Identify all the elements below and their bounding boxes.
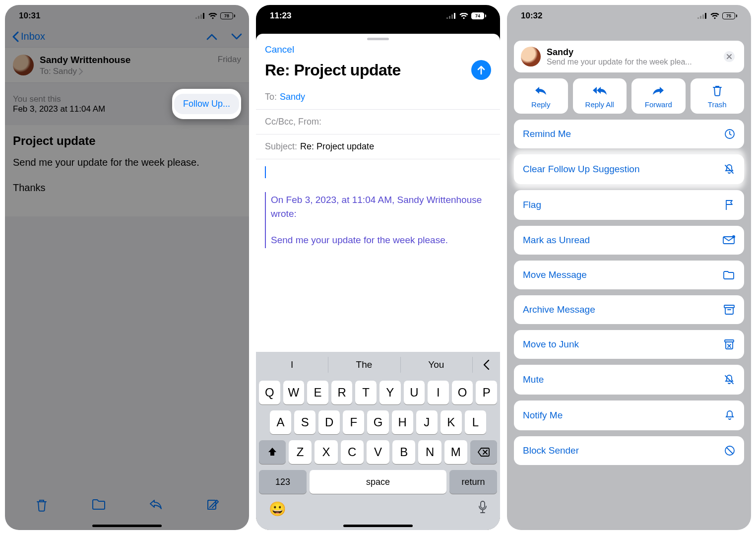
reply-all-icon xyxy=(592,84,608,97)
bottom-toolbar xyxy=(5,491,249,519)
key[interactable]: H xyxy=(392,410,413,434)
subject-field[interactable]: Subject: Re: Project update xyxy=(256,134,500,159)
sender-avatar xyxy=(521,47,541,67)
key[interactable]: I xyxy=(428,381,449,404)
key[interactable]: V xyxy=(367,440,389,464)
numbers-key[interactable]: 123 xyxy=(259,470,307,494)
key[interactable]: Q xyxy=(259,381,280,404)
ccbcc-field[interactable]: Cc/Bcc, From: xyxy=(256,110,500,134)
bell-slash-icon xyxy=(723,163,735,175)
clear-followup-item[interactable]: Clear Follow Up Suggestion xyxy=(514,154,744,184)
key[interactable]: C xyxy=(341,440,364,464)
wifi-icon xyxy=(459,13,468,19)
key[interactable]: E xyxy=(307,381,328,404)
key[interactable]: G xyxy=(367,410,388,434)
flag-item[interactable]: Flag xyxy=(514,190,744,220)
mark-unread-item[interactable]: Mark as Unread xyxy=(514,226,744,255)
to-line[interactable]: To: Sandy xyxy=(40,67,212,76)
cellular-icon xyxy=(195,13,205,19)
key[interactable]: X xyxy=(315,440,337,464)
block-sender-item[interactable]: Block Sender xyxy=(514,436,744,465)
key-row-1: Q W E R T Y U I O P xyxy=(256,378,500,407)
key[interactable]: B xyxy=(392,440,415,464)
send-button[interactable] xyxy=(471,60,491,80)
key[interactable]: F xyxy=(343,410,364,434)
svg-rect-9 xyxy=(481,501,485,508)
status-bar: 10:32 75 xyxy=(507,5,751,27)
trash-button[interactable] xyxy=(35,498,48,512)
key[interactable]: J xyxy=(416,410,438,434)
sheet-header: Sandy Send me your update for the week p… xyxy=(514,41,744,72)
key[interactable]: R xyxy=(331,381,353,404)
svg-rect-11 xyxy=(700,16,701,19)
move-button[interactable] xyxy=(91,498,106,512)
return-key[interactable]: return xyxy=(449,470,497,494)
battery-icon: 78 xyxy=(220,12,235,19)
remind-me-item[interactable]: Remind Me xyxy=(514,120,744,148)
suggestion[interactable]: You xyxy=(400,352,472,378)
key[interactable]: W xyxy=(283,381,305,404)
key[interactable]: A xyxy=(270,410,291,434)
archive-icon xyxy=(723,304,735,315)
key[interactable]: L xyxy=(465,410,486,434)
key[interactable]: P xyxy=(476,381,497,404)
key[interactable]: K xyxy=(441,410,462,434)
suggestion-collapse[interactable] xyxy=(472,352,500,378)
wifi-icon xyxy=(208,13,217,19)
bell-slash-icon xyxy=(723,374,735,386)
emoji-key[interactable]: 😀 xyxy=(269,501,286,517)
sender-avatar[interactable] xyxy=(13,55,34,75)
cancel-button[interactable]: Cancel xyxy=(265,44,294,55)
key[interactable]: U xyxy=(404,381,425,404)
status-time: 10:32 xyxy=(521,11,542,21)
mute-item[interactable]: Mute xyxy=(514,365,744,395)
sheet-grabber[interactable] xyxy=(367,38,389,40)
reply-tile[interactable]: Reply xyxy=(514,78,568,114)
back-button[interactable]: Inbox xyxy=(12,31,45,42)
followup-button[interactable]: Follow Up... xyxy=(174,94,239,114)
compose-body[interactable]: On Feb 3, 2023, at 11:04 AM, Sandy Writt… xyxy=(256,159,500,352)
key-row-2: A S D F G H J K L xyxy=(256,407,500,437)
archive-item[interactable]: Archive Message xyxy=(514,295,744,324)
move-message-item[interactable]: Move Message xyxy=(514,261,744,289)
prev-message-button[interactable] xyxy=(206,33,217,40)
forward-tile[interactable]: Forward xyxy=(631,78,686,114)
reply-all-tile[interactable]: Reply All xyxy=(573,78,627,114)
next-message-button[interactable] xyxy=(231,33,242,40)
trash-tile[interactable]: Trash xyxy=(691,78,745,114)
compose-button[interactable] xyxy=(206,498,219,512)
space-key[interactable]: space xyxy=(310,470,446,494)
backspace-key[interactable] xyxy=(470,440,497,464)
key[interactable]: D xyxy=(318,410,340,434)
action-sheet: Sandy Send me your update for the week p… xyxy=(507,34,751,530)
nav-bar: Inbox xyxy=(5,27,249,47)
dictation-key[interactable] xyxy=(478,501,487,517)
reply-icon xyxy=(534,84,547,97)
flag-icon xyxy=(724,199,735,211)
close-button[interactable] xyxy=(721,49,737,65)
to-field[interactable]: To: Sandy xyxy=(256,85,500,110)
svg-rect-12 xyxy=(702,14,704,19)
suggestion[interactable]: The xyxy=(328,352,400,378)
wifi-icon xyxy=(710,13,719,19)
reply-button[interactable] xyxy=(149,498,163,512)
compose-sheet: Cancel Re: Project update To: Sandy Cc/B… xyxy=(256,34,500,530)
shift-key[interactable] xyxy=(259,440,286,464)
back-label: Inbox xyxy=(21,31,45,42)
key[interactable]: O xyxy=(452,381,473,404)
key[interactable]: S xyxy=(294,410,315,434)
status-bar: 10:31 78 xyxy=(5,5,249,27)
suggestion[interactable]: I xyxy=(256,352,328,378)
status-right: 74 xyxy=(446,12,486,19)
status-right: 75 xyxy=(697,12,737,19)
notify-me-item[interactable]: Notify Me xyxy=(514,401,744,430)
key[interactable]: Y xyxy=(379,381,401,404)
key[interactable]: N xyxy=(418,440,441,464)
move-junk-item[interactable]: Move to Junk xyxy=(514,330,744,359)
trash-icon xyxy=(712,84,723,97)
folder-icon xyxy=(722,270,735,280)
key[interactable]: M xyxy=(444,440,467,464)
home-indicator xyxy=(92,525,162,527)
key[interactable]: Z xyxy=(289,440,312,464)
key[interactable]: T xyxy=(355,381,377,404)
